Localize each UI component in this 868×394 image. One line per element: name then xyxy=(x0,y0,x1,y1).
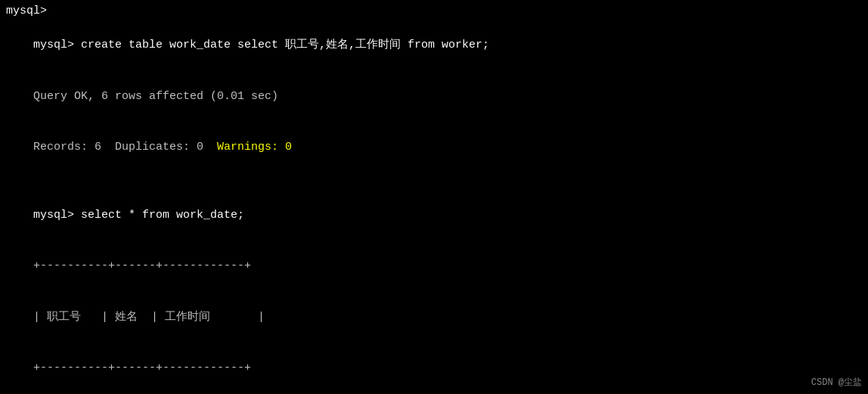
empty-line-1 xyxy=(6,173,862,190)
mysql-header-line: mysql> xyxy=(6,3,862,20)
watermark: CSDN @尘盐 xyxy=(811,376,862,389)
command-2-text: mysql> select * from work_date; xyxy=(33,209,244,222)
query-ok-text: Query OK, 6 rows affected (0.01 sec) xyxy=(33,90,278,103)
table-header-text: | 职工号 | 姓名 | 工作时间 | xyxy=(33,311,265,324)
border-top-text: +----------+------+------------+ xyxy=(33,259,251,272)
records-line: Records: 6 Duplicates: 0 Warnings: 0 xyxy=(6,123,862,174)
warnings-text: Warnings: 0 xyxy=(217,141,292,154)
command-1-line: mysql> create table work_date select 职工号… xyxy=(6,20,862,72)
watermark-text: CSDN @尘盐 xyxy=(811,377,862,388)
table-border-mid: +----------+------+------------+ xyxy=(6,343,862,395)
terminal: mysql> mysql> create table work_date sel… xyxy=(0,0,868,394)
mysql-header-text: mysql> xyxy=(6,5,47,17)
command-1-text: mysql> create table work_date select 职工号… xyxy=(33,39,489,51)
table-header-row: | 职工号 | 姓名 | 工作时间 | xyxy=(6,292,862,343)
records-text: Records: 6 Duplicates: 0 xyxy=(33,141,217,154)
query-ok-line: Query OK, 6 rows affected (0.01 sec) xyxy=(6,71,862,123)
command-2-line: mysql> select * from work_date; xyxy=(6,190,862,241)
border-mid-text: +----------+------+------------+ xyxy=(33,361,251,374)
table-border-top: +----------+------+------------+ xyxy=(6,241,862,293)
